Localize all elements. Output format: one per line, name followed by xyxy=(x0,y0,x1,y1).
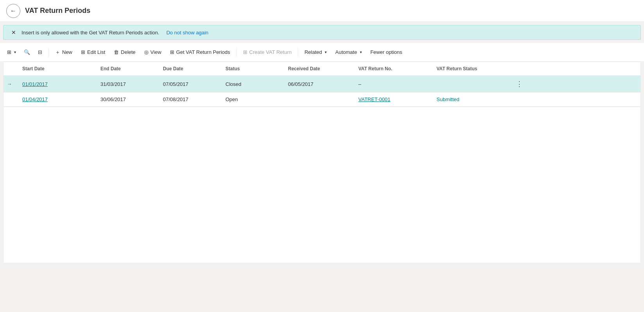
notification-close-button[interactable]: ✕ xyxy=(10,29,18,36)
cell-end-date-2: 30/06/2017 xyxy=(97,93,160,106)
new-label: New xyxy=(62,49,72,55)
divider-2 xyxy=(236,48,237,57)
delete-label: Delete xyxy=(121,49,136,55)
cell-vat-return-no-1: – xyxy=(355,77,433,91)
view-icon: ◎ xyxy=(144,49,148,55)
delete-icon: 🗑 xyxy=(114,49,119,55)
close-icon: ✕ xyxy=(11,29,16,36)
cell-vat-return-no-2[interactable]: VATRET-0001 xyxy=(355,93,433,106)
automate-button[interactable]: Automate ▾ xyxy=(331,47,366,57)
edit-list-button[interactable]: ⊞ Edit List xyxy=(77,47,109,57)
view-toggle-button[interactable]: ⊞ ▾ xyxy=(3,47,20,57)
th-vat-return-status: VAT Return Status xyxy=(433,62,512,75)
empty-area xyxy=(3,107,641,263)
th-vat-return-no: VAT Return No. xyxy=(355,62,433,75)
notification-link[interactable]: Do not show again xyxy=(166,30,209,36)
app-header: ← VAT Return Periods xyxy=(0,0,644,22)
cell-received-date-1: 06/05/2017 xyxy=(285,77,355,91)
cell-status-2: Open xyxy=(222,93,285,106)
table-header: Start Date End Date Due Date Status Rece… xyxy=(4,62,640,76)
page-title: VAT Return Periods xyxy=(25,7,90,15)
new-plus-icon: ＋ xyxy=(55,49,60,56)
cell-start-date-2[interactable]: 01/04/2017 xyxy=(19,93,97,106)
create-vat-icon: ⊞ xyxy=(243,49,247,55)
cell-start-date-1[interactable]: 01/01/2017 xyxy=(19,77,97,91)
view-toggle-arrow: ▾ xyxy=(14,50,16,54)
view-toggle-icon: ⊞ xyxy=(7,49,11,55)
th-end-date: End Date xyxy=(97,62,160,75)
related-button[interactable]: Related ▾ xyxy=(301,47,331,57)
table-container: Start Date End Date Due Date Status Rece… xyxy=(3,62,641,107)
layout-icon: ⊟ xyxy=(38,49,42,55)
create-vat-button[interactable]: ⊞ Create VAT Return xyxy=(239,47,295,57)
divider-3 xyxy=(298,48,298,57)
automate-label: Automate xyxy=(335,49,357,55)
th-menu xyxy=(512,62,527,75)
th-due-date: Due Date xyxy=(160,62,222,75)
get-vat-icon: ⊞ xyxy=(170,49,174,55)
cell-vat-return-status-1 xyxy=(433,80,512,88)
row-arrow-1: → xyxy=(4,77,19,91)
back-icon: ← xyxy=(10,7,16,14)
row-arrow-2 xyxy=(4,96,19,103)
view-label: View xyxy=(150,49,161,55)
related-label: Related xyxy=(304,49,322,55)
fewer-options-label: Fewer options xyxy=(370,49,402,55)
view-toggle-group: ⊞ ▾ 🔍 ⊟ xyxy=(3,47,46,57)
notification-message: Insert is only allowed with the Get VAT … xyxy=(21,30,159,36)
related-arrow: ▾ xyxy=(325,50,327,54)
divider-1 xyxy=(48,48,49,57)
th-status: Status xyxy=(222,62,285,75)
cell-received-date-2 xyxy=(285,96,355,103)
table-row[interactable]: → 01/01/2017 31/03/2017 07/05/2017 Close… xyxy=(4,76,640,93)
th-start-date: Start Date xyxy=(19,62,97,75)
cell-due-date-1: 07/05/2017 xyxy=(160,77,222,91)
edit-list-icon: ⊞ xyxy=(81,49,85,55)
notification-bar: ✕ Insert is only allowed with the Get VA… xyxy=(3,25,641,40)
cell-status-1: Closed xyxy=(222,77,285,91)
back-button[interactable]: ← xyxy=(6,4,20,18)
create-vat-label: Create VAT Return xyxy=(249,49,292,55)
search-icon: 🔍 xyxy=(24,49,30,55)
get-vat-button[interactable]: ⊞ Get VAT Return Periods xyxy=(166,47,234,57)
search-button[interactable]: 🔍 xyxy=(20,47,34,57)
new-button[interactable]: ＋ New xyxy=(51,46,76,58)
delete-button[interactable]: 🗑 Delete xyxy=(110,47,140,57)
cell-end-date-1: 31/03/2017 xyxy=(97,77,160,91)
table-row[interactable]: 01/04/2017 30/06/2017 07/08/2017 Open VA… xyxy=(4,93,640,107)
view-button[interactable]: ◎ View xyxy=(140,47,165,57)
cell-due-date-2: 07/08/2017 xyxy=(160,93,222,106)
th-arrow xyxy=(4,62,19,75)
row-context-menu-2 xyxy=(512,96,527,103)
fewer-options-button[interactable]: Fewer options xyxy=(367,47,406,57)
edit-list-label: Edit List xyxy=(87,49,105,55)
layout-button[interactable]: ⊟ xyxy=(34,47,46,57)
toolbar: ⊞ ▾ 🔍 ⊟ ＋ New ⊞ Edit List 🗑 Delete ◎ Vie… xyxy=(0,43,644,62)
automate-arrow: ▾ xyxy=(360,50,362,54)
cell-vat-return-status-2: Submitted xyxy=(433,93,512,106)
th-received-date: Received Date xyxy=(285,62,355,75)
row-context-menu-1[interactable]: ⋮ xyxy=(512,76,527,92)
get-vat-label: Get VAT Return Periods xyxy=(176,49,230,55)
